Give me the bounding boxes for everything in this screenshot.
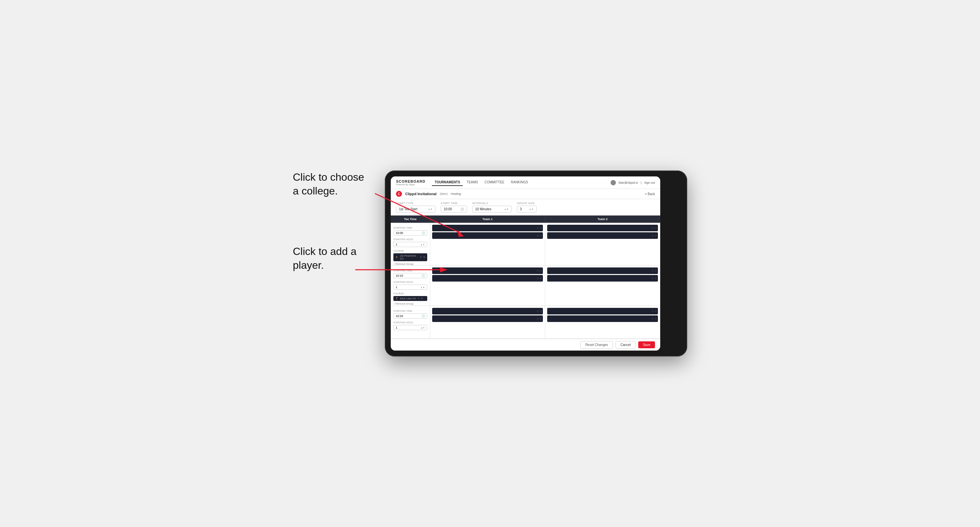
starting-time-label-1: STARTING TIME:: [393, 270, 427, 272]
course-label-1: COURSE:: [393, 292, 427, 295]
player-edit-icon: ≡: [540, 227, 542, 230]
remove-group-0[interactable]: Remove Group: [393, 262, 427, 265]
group-left-1: STARTING TIME: 10:10 🕙 STARTING HOLE: 1 …: [391, 265, 430, 306]
group-left-0: STARTING TIME: 10:00 🕙 STARTING HOLE: 1 …: [391, 223, 430, 265]
brand-sub: Powered by clippd: [396, 183, 425, 186]
player-slot-1-0[interactable]: ✕ ≡: [432, 267, 543, 274]
player-slot-0-0[interactable]: ✕ ≡: [432, 225, 543, 231]
player-slot-0-3[interactable]: ✕ ≡: [547, 232, 658, 239]
team2-cell-2: ✕ ≡ ✕ ≡: [545, 306, 660, 338]
team2-cell-1: ✕ ≡ ✕ ≡: [545, 265, 660, 306]
course-tag-1[interactable]: 🏌 East Lake GC ✕ ✎: [393, 296, 427, 301]
table-row: STARTING TIME: 10:10 🕙 STARTING HOLE: 1 …: [391, 265, 660, 306]
user-avatar: [611, 180, 616, 185]
nav-link-tournaments[interactable]: TOURNAMENTS: [432, 179, 463, 186]
starting-time-input-1[interactable]: 10:10 🕙: [393, 273, 427, 278]
brand-title: SCOREBOARD: [396, 179, 425, 183]
sign-out-link[interactable]: Sign out: [644, 181, 655, 184]
teams-header: Team 1 Team 2: [430, 216, 660, 223]
remove-group-1[interactable]: Remove Group: [393, 302, 427, 305]
player-x-icon: ✕: [537, 227, 539, 230]
start-type-label: Start Type: [396, 202, 436, 205]
start-time-group: Start Time 10:00 🕙: [441, 202, 467, 213]
footer-bar: Reset Changes Cancel Save: [391, 339, 660, 351]
course-edit-0[interactable]: ✎: [423, 256, 425, 259]
start-type-select[interactable]: 1st Tee Start ▲▼: [396, 206, 436, 213]
starting-time-input-2[interactable]: 10:20 🕙: [393, 313, 427, 319]
team2-cell-0: ✕ ≡ ✕ ≡: [545, 223, 660, 265]
intervals-select[interactable]: 10 Minutes ▲▼: [472, 206, 512, 213]
user-email: blair@clippd.io: [619, 181, 638, 184]
nav-link-committee[interactable]: COMMITTEE: [482, 179, 507, 186]
table-row: STARTING TIME: 10:00 🕙 STARTING HOLE: 1 …: [391, 223, 660, 265]
player-x-icon-1: ✕: [537, 234, 539, 237]
intervals-arrows: ▲▼: [504, 208, 509, 210]
team1-cell-1: ✕ ≡ ✕ ≡: [430, 265, 545, 306]
group-size-select[interactable]: 3 ▲▼: [517, 206, 537, 213]
player-slot-0-2[interactable]: ✕ ≡: [547, 225, 658, 231]
start-time-label: Start Time: [441, 202, 467, 205]
player-slot-0-1[interactable]: ✕ ≡: [432, 232, 543, 239]
starting-hole-input-1[interactable]: 1 ▲▼: [393, 284, 427, 290]
starting-hole-label-2: STARTING HOLE:: [393, 321, 427, 324]
team1-cell-2: ✕ ≡ ✕ ≡: [430, 306, 545, 338]
starting-time-label-2: STARTING TIME:: [393, 310, 427, 312]
player-slot-1-3[interactable]: ✕ ≡: [547, 275, 658, 282]
sub-header-logo: C: [396, 191, 402, 197]
starting-hole-label-0: STARTING HOLE:: [393, 238, 427, 241]
intervals-label: Intervals: [472, 202, 512, 205]
nav-right: blair@clippd.io | Sign out: [611, 180, 655, 185]
starting-time-label-0: STARTING TIME:: [393, 227, 427, 229]
course-label-0: COURSE:: [393, 250, 427, 252]
start-time-input[interactable]: 10:00 🕙: [441, 206, 467, 213]
starting-hole-input-0[interactable]: 1 ▲▼: [393, 242, 427, 247]
course-remove-1[interactable]: ✕: [418, 297, 420, 300]
time-icon-2: 🕙: [422, 315, 425, 318]
intervals-group: Intervals 10 Minutes ▲▼: [472, 202, 512, 213]
save-button[interactable]: Save: [638, 341, 655, 348]
starting-hole-input-2[interactable]: 1 ▲▼: [393, 325, 427, 330]
group-right-1: ✕ ≡ ✕ ≡ ✕ ≡: [430, 265, 660, 306]
start-type-arrows: ▲▼: [428, 208, 433, 210]
table-row: STARTING TIME: 10:20 🕙 STARTING HOLE: 1 …: [391, 306, 660, 339]
time-icon-0: 🕙: [422, 232, 425, 235]
clock-icon: 🕙: [460, 208, 464, 211]
player-slot-2-3[interactable]: ✕ ≡: [547, 316, 658, 322]
reset-changes-button[interactable]: Reset Changes: [581, 341, 613, 349]
group-size-group: Group Size 3 ▲▼: [517, 202, 537, 213]
annotation-add-player: Click to add a player.: [293, 245, 362, 272]
annotation-choose-college: Click to choose a college.: [293, 170, 372, 198]
player-slot-2-1[interactable]: ✕ ≡: [432, 316, 543, 322]
table-header: Tee Time Team 1 Team 2: [391, 216, 660, 223]
group-size-label: Group Size: [517, 202, 537, 205]
group-left-2: STARTING TIME: 10:20 🕙 STARTING HOLE: 1 …: [391, 306, 430, 338]
group-right-2: ✕ ≡ ✕ ≡ ✕ ≡: [430, 306, 660, 338]
time-icon-1: 🕙: [422, 275, 425, 277]
start-type-group: Start Type 1st Tee Start ▲▼: [396, 202, 436, 213]
player-slot-1-2[interactable]: ✕ ≡: [547, 267, 658, 274]
course-tag-0[interactable]: 🏌 (A) Peachtree GC ✕ ✎: [393, 253, 427, 261]
player-slot-2-0[interactable]: ✕ ≡: [432, 308, 543, 314]
form-bar: Start Type 1st Tee Start ▲▼ Start Time 1…: [391, 199, 660, 216]
tournament-title: Clippd Invitational: [405, 192, 436, 196]
player-slot-1-1[interactable]: ✕ ≡: [432, 275, 543, 282]
tablet-screen: SCOREBOARD Powered by clippd TOURNAMENTS…: [391, 176, 660, 351]
team2-header: Team 2: [545, 216, 660, 223]
nav-link-rankings[interactable]: RANKINGS: [508, 179, 531, 186]
team1-cell-0: ✕ ≡ ✕ ≡: [430, 223, 545, 265]
scroll-area: STARTING TIME: 10:00 🕙 STARTING HOLE: 1 …: [391, 223, 660, 339]
group-size-arrows: ▲▼: [529, 208, 534, 210]
course-remove-0[interactable]: ✕: [420, 256, 422, 259]
tournament-badge: (Men): [440, 192, 448, 195]
starting-time-input-0[interactable]: 10:00 🕙: [393, 230, 427, 236]
cancel-button[interactable]: Cancel: [616, 341, 636, 349]
nav-links: TOURNAMENTS TEAMS COMMITTEE RANKINGS: [432, 179, 611, 186]
player-edit-icon-1: ≡: [540, 234, 542, 237]
nav-bar: SCOREBOARD Powered by clippd TOURNAMENTS…: [391, 176, 660, 189]
sub-header: C Clippd Invitational (Men) Hosting < Ba…: [391, 189, 660, 199]
back-link[interactable]: < Back: [645, 192, 655, 196]
player-slot-2-2[interactable]: ✕ ≡: [547, 308, 658, 314]
starting-hole-label-1: STARTING HOLE:: [393, 281, 427, 283]
course-edit-1[interactable]: ✎: [421, 297, 423, 300]
nav-link-teams[interactable]: TEAMS: [464, 179, 480, 186]
